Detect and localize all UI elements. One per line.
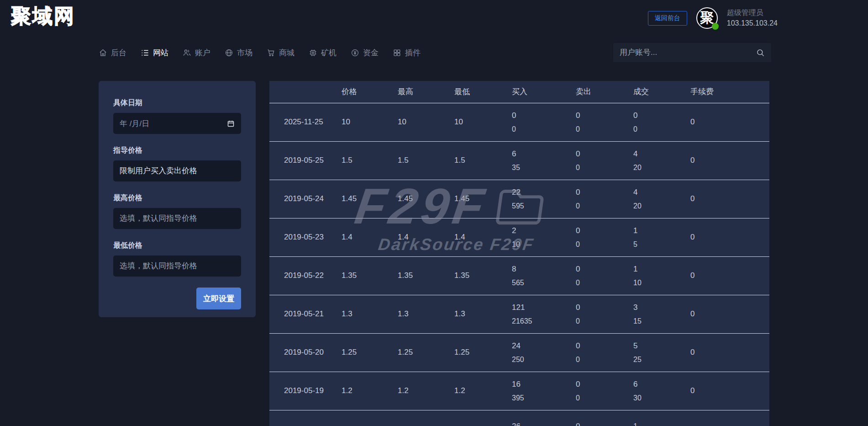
globe-icon — [225, 48, 233, 57]
date-cell: 2019-05-20 — [269, 333, 342, 372]
nav-label: 插件 — [405, 48, 421, 58]
nav-label: 网站 — [153, 48, 168, 58]
nav-item-funds[interactable]: 资金 — [351, 48, 379, 58]
price-history-table: 价格 最高 最低 买入 卖出 成交 手续费 2025-11-2510101000… — [269, 81, 769, 426]
value-cell: 1.45 — [342, 180, 398, 218]
value-cell: 0 — [690, 295, 769, 333]
date-cell: 2019-05-21 — [269, 295, 342, 333]
value-cell: 1.2 — [454, 372, 512, 410]
stacked-value-cell: 00 — [576, 218, 633, 256]
fund-icon — [351, 48, 359, 57]
value-cell: 10 — [342, 103, 398, 141]
avatar[interactable]: 聚 — [696, 7, 718, 29]
stacked-value-cell: 1 — [633, 410, 690, 426]
stacked-value-cell: 635 — [512, 141, 576, 180]
nav-item-miner[interactable]: 矿机 — [309, 48, 337, 58]
value-cell: 1.4 — [398, 218, 454, 256]
set-now-button[interactable]: 立即设置 — [196, 288, 241, 309]
stacked-value: 250 — [512, 356, 576, 363]
col-header-buy: 买入 — [512, 81, 576, 103]
value-cell — [342, 410, 398, 426]
value-cell: 1.25 — [342, 333, 398, 372]
stacked-value: 3 — [633, 304, 690, 311]
value-cell — [454, 410, 512, 426]
value-cell: 0 — [690, 141, 769, 180]
stacked-value: 1 — [633, 227, 690, 234]
stacked-value: 25 — [633, 356, 690, 363]
user-meta: 超级管理员 103.135.103.24 — [727, 8, 778, 28]
stacked-value: 8 — [512, 265, 576, 273]
stacked-value: 26 — [512, 422, 576, 426]
stacked-value: 1 — [633, 265, 690, 273]
date-label: 具体日期 — [113, 98, 241, 108]
value-cell: 1.3 — [342, 295, 398, 333]
table-row: 2601 — [269, 410, 769, 426]
stacked-value-cell: 8565 — [512, 256, 576, 295]
nav-item-accounts[interactable]: 账户 — [183, 48, 210, 58]
stacked-value-cell: 00 — [576, 141, 633, 180]
max-price-label: 最高价格 — [113, 193, 241, 203]
value-cell: 1.3 — [454, 295, 512, 333]
table-row: 2019-05-191.21.21.216395006300 — [269, 372, 769, 410]
stacked-value: 395 — [512, 394, 576, 402]
plugin-grid-icon — [393, 48, 401, 57]
stacked-value: 0 — [576, 241, 633, 248]
stacked-value: 15 — [633, 318, 690, 325]
stacked-value-cell: 00 — [576, 256, 633, 295]
guide-price-input[interactable] — [113, 160, 241, 181]
stacked-value-cell: 00 — [576, 180, 633, 218]
stacked-value: 0 — [576, 380, 633, 388]
stacked-value: 565 — [512, 279, 576, 287]
user-role-label: 超级管理员 — [727, 8, 778, 18]
stacked-value-cell: 315 — [633, 295, 690, 333]
search-icon[interactable] — [756, 48, 765, 57]
stacked-value-cell: 0 — [576, 410, 633, 426]
guide-price-label: 指导价格 — [113, 146, 241, 155]
stacked-value: 0 — [576, 304, 633, 311]
stacked-value-cell: 00 — [576, 372, 633, 410]
date-cell — [269, 410, 342, 426]
stacked-value: 10 — [633, 279, 690, 287]
nav-item-mall[interactable]: 商城 — [267, 48, 295, 58]
stacked-value-cell: 00 — [576, 103, 633, 141]
value-cell: 0 — [690, 180, 769, 218]
col-header-deal: 成交 — [633, 81, 690, 103]
stacked-value-cell: 15 — [633, 218, 690, 256]
nav-item-plugins[interactable]: 插件 — [393, 48, 421, 58]
date-cell: 2019-05-22 — [269, 256, 342, 295]
value-cell: 1.25 — [454, 333, 512, 372]
value-cell: 0 — [690, 256, 769, 295]
nav-item-website[interactable]: 网站 — [141, 48, 168, 58]
stacked-value-cell: 00 — [576, 333, 633, 372]
site-logo[interactable]: 聚域网 — [11, 3, 75, 30]
stacked-value: 1 — [633, 422, 690, 426]
home-icon — [99, 48, 107, 57]
stacked-value: 0 — [576, 188, 633, 196]
back-to-frontend-button[interactable]: 返回前台 — [648, 11, 687, 26]
col-header-sell: 卖出 — [576, 81, 633, 103]
stacked-value: 30 — [633, 394, 690, 402]
stacked-value-cell: 420 — [633, 141, 690, 180]
value-cell: 0 — [690, 103, 769, 141]
nav-label: 资金 — [363, 48, 379, 58]
date-input[interactable]: 年 /月/日 — [113, 113, 241, 134]
users-icon — [183, 48, 191, 57]
nav-label: 市场 — [237, 48, 253, 58]
stacked-value: 0 — [576, 279, 633, 287]
date-cell: 2019-05-25 — [269, 141, 342, 180]
stacked-value: 24 — [512, 342, 576, 350]
search-input[interactable] — [620, 48, 756, 57]
calendar-icon[interactable] — [227, 120, 235, 128]
nav-item-market[interactable]: 市场 — [225, 48, 253, 58]
max-price-input[interactable] — [113, 208, 241, 229]
table-header: 价格 最高 最低 买入 卖出 成交 手续费 — [269, 81, 769, 103]
value-cell: 1.5 — [398, 141, 454, 180]
table-row: 2019-05-201.251.251.2524250005250 — [269, 333, 769, 372]
main-nav: 后台 网站 账户 市场 商城 矿机 资金 插件 — [99, 45, 421, 60]
min-price-input[interactable] — [113, 256, 241, 277]
stacked-value: 0 — [576, 112, 633, 119]
col-header-date — [269, 81, 342, 103]
nav-item-backend[interactable]: 后台 — [99, 48, 126, 58]
stacked-value: 16 — [512, 380, 576, 388]
nav-label: 账户 — [195, 48, 210, 58]
